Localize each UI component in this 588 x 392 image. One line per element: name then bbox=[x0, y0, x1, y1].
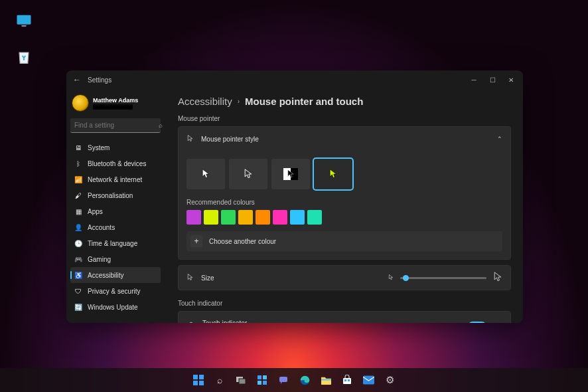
time-icon: 🕒 bbox=[74, 239, 82, 247]
sidebar-item-update[interactable]: 🔄Windows Update bbox=[70, 299, 161, 315]
sidebar: Matthew Adams ⌕ 🖥SystemᛒBluetooth & devi… bbox=[66, 89, 166, 323]
pointer-style-black[interactable] bbox=[229, 159, 267, 189]
taskbar-start[interactable] bbox=[189, 371, 208, 389]
brush-icon: 🖌 bbox=[74, 191, 82, 199]
gear-icon: ⚙ bbox=[386, 374, 394, 386]
pointer-style-header[interactable]: Mouse pointer style ⌃ bbox=[179, 127, 510, 151]
colour-swatch-6[interactable] bbox=[290, 210, 305, 225]
pointer-style-card: Mouse pointer style ⌃ bbox=[178, 126, 511, 260]
svg-rect-10 bbox=[263, 375, 267, 379]
plus-icon: + bbox=[190, 235, 202, 247]
colour-swatch-0[interactable] bbox=[186, 210, 201, 225]
colour-swatch-2[interactable] bbox=[221, 210, 236, 225]
sidebar-item-time[interactable]: 🕒Time & language bbox=[70, 235, 161, 251]
colour-swatch-3[interactable] bbox=[238, 210, 253, 225]
breadcrumb: Accessibility › Mouse pointer and touch bbox=[178, 96, 511, 107]
close-button[interactable]: ✕ bbox=[502, 72, 520, 87]
taskbar-widgets[interactable] bbox=[253, 371, 271, 389]
sidebar-item-label: Gaming bbox=[88, 256, 111, 263]
sidebar-item-label: Accounts bbox=[88, 224, 115, 231]
sidebar-item-wifi[interactable]: 📶Network & internet bbox=[70, 171, 161, 187]
choose-another-colour-label: Choose another colour bbox=[209, 238, 276, 245]
large-cursor-icon bbox=[493, 272, 502, 284]
colour-swatch-4[interactable] bbox=[256, 210, 270, 225]
sidebar-item-brush[interactable]: 🖌Personalisation bbox=[70, 187, 161, 203]
window-title: Settings bbox=[88, 76, 465, 84]
pointer-style-white[interactable] bbox=[186, 159, 225, 189]
minimize-button[interactable]: ─ bbox=[465, 72, 483, 87]
pointer-style-custom[interactable] bbox=[314, 159, 352, 189]
size-slider[interactable] bbox=[400, 277, 486, 279]
colour-swatch-1[interactable] bbox=[204, 210, 218, 225]
section-mouse-pointer: Mouse pointer bbox=[178, 115, 511, 122]
user-name: Matthew Adams bbox=[93, 97, 138, 104]
taskbar-edge[interactable] bbox=[295, 371, 314, 389]
touch-on-label: On bbox=[453, 323, 461, 324]
accounts-icon: 👤 bbox=[74, 223, 82, 231]
sidebar-item-privacy[interactable]: 🛡Privacy & security bbox=[70, 283, 161, 299]
chevron-up-icon: ⌃ bbox=[497, 136, 502, 142]
svg-rect-8 bbox=[239, 379, 246, 384]
choose-another-colour[interactable]: + Choose another colour bbox=[186, 231, 502, 251]
touch-indicator-card: Touch indicator Show a circle on the scr… bbox=[178, 311, 511, 323]
colour-swatch-5[interactable] bbox=[273, 210, 287, 225]
sidebar-item-gaming[interactable]: 🎮Gaming bbox=[70, 251, 161, 267]
apps-icon: ▦ bbox=[74, 207, 82, 215]
sidebar-item-accounts[interactable]: 👤Accounts bbox=[70, 219, 161, 235]
taskbar-search[interactable]: ⌕ bbox=[210, 371, 229, 389]
taskbar-taskview[interactable] bbox=[232, 371, 250, 389]
user-profile[interactable]: Matthew Adams bbox=[72, 94, 161, 112]
system-icon: 🖥 bbox=[74, 144, 82, 151]
back-button[interactable]: ← bbox=[73, 75, 88, 84]
settings-window: ← Settings ─ ☐ ✕ Matthew Adams ⌕ 🖥System… bbox=[66, 70, 523, 323]
search-box[interactable]: ⌕ bbox=[70, 118, 161, 133]
search-icon: ⌕ bbox=[159, 122, 163, 129]
svg-rect-6 bbox=[199, 381, 204, 385]
content-pane: Accessibility › Mouse pointer and touch … bbox=[166, 89, 523, 323]
taskbar-mail[interactable] bbox=[359, 371, 378, 389]
sidebar-item-system[interactable]: 🖥System bbox=[70, 140, 161, 155]
page-title: Mouse pointer and touch bbox=[245, 96, 363, 107]
sidebar-item-label: Time & language bbox=[88, 240, 137, 247]
taskbar-store[interactable] bbox=[338, 371, 356, 389]
slider-thumb[interactable] bbox=[403, 275, 409, 281]
svg-rect-13 bbox=[279, 377, 287, 382]
taskbar-explorer[interactable] bbox=[317, 371, 335, 389]
svg-rect-4 bbox=[199, 375, 204, 379]
user-email-redacted bbox=[93, 104, 133, 110]
sidebar-item-label: Windows Update bbox=[88, 304, 138, 311]
small-cursor-icon bbox=[388, 274, 394, 282]
colour-swatch-7[interactable] bbox=[307, 210, 322, 225]
desktop-icon-this-pc[interactable] bbox=[13, 12, 35, 33]
touch-icon bbox=[186, 321, 196, 323]
svg-rect-1 bbox=[22, 25, 27, 27]
search-icon: ⌕ bbox=[217, 375, 222, 385]
taskbar-chat[interactable] bbox=[274, 371, 293, 389]
svg-rect-15 bbox=[321, 379, 331, 380]
touch-indicator-row[interactable]: Touch indicator Show a circle on the scr… bbox=[179, 312, 510, 323]
svg-rect-19 bbox=[363, 375, 374, 384]
accessibility-icon: ♿ bbox=[74, 271, 82, 279]
sidebar-item-bluetooth[interactable]: ᛒBluetooth & devices bbox=[70, 155, 161, 171]
sidebar-item-label: Privacy & security bbox=[88, 288, 140, 295]
bluetooth-icon: ᛒ bbox=[74, 159, 82, 167]
touch-toggle[interactable] bbox=[468, 322, 486, 323]
sidebar-item-label: System bbox=[88, 144, 110, 151]
sidebar-item-label: Network & internet bbox=[88, 176, 142, 183]
svg-rect-5 bbox=[193, 381, 198, 385]
sidebar-item-apps[interactable]: ▦Apps bbox=[70, 203, 161, 219]
svg-rect-9 bbox=[257, 375, 261, 379]
maximize-button[interactable]: ☐ bbox=[483, 72, 502, 87]
breadcrumb-parent[interactable]: Accessibility bbox=[178, 96, 232, 107]
svg-rect-3 bbox=[193, 375, 198, 379]
sidebar-item-label: Apps bbox=[88, 208, 103, 215]
taskbar: ⌕ ⚙ bbox=[0, 368, 588, 392]
desktop-icon-recycle-bin[interactable] bbox=[13, 48, 35, 69]
pointer-style-inverted[interactable] bbox=[271, 159, 310, 189]
taskbar-settings[interactable]: ⚙ bbox=[380, 371, 399, 389]
size-row[interactable]: Size bbox=[179, 266, 510, 290]
search-input[interactable] bbox=[74, 122, 159, 129]
sidebar-item-accessibility[interactable]: ♿Accessibility bbox=[70, 267, 161, 283]
privacy-icon: 🛡 bbox=[74, 287, 82, 295]
update-icon: 🔄 bbox=[74, 303, 82, 311]
